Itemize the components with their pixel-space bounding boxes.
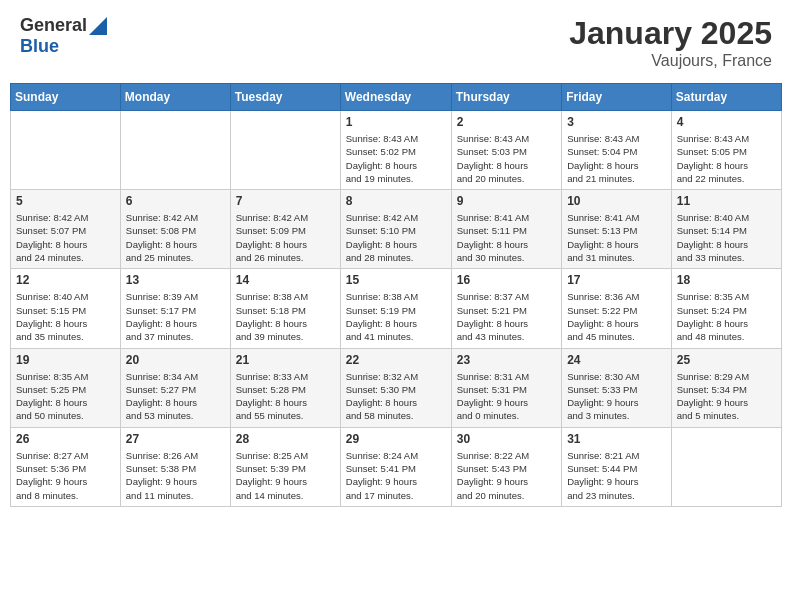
- day-number: 24: [567, 353, 666, 367]
- day-content: Sunrise: 8:24 AM Sunset: 5:41 PM Dayligh…: [346, 449, 446, 502]
- day-content: Sunrise: 8:40 AM Sunset: 5:14 PM Dayligh…: [677, 211, 776, 264]
- weekday-header-friday: Friday: [562, 84, 672, 111]
- day-content: Sunrise: 8:43 AM Sunset: 5:04 PM Dayligh…: [567, 132, 666, 185]
- day-content: Sunrise: 8:37 AM Sunset: 5:21 PM Dayligh…: [457, 290, 556, 343]
- title-block: January 2025 Vaujours, France: [569, 15, 772, 70]
- day-number: 15: [346, 273, 446, 287]
- day-content: Sunrise: 8:21 AM Sunset: 5:44 PM Dayligh…: [567, 449, 666, 502]
- day-number: 5: [16, 194, 115, 208]
- calendar-cell: 5Sunrise: 8:42 AM Sunset: 5:07 PM Daylig…: [11, 190, 121, 269]
- day-content: Sunrise: 8:40 AM Sunset: 5:15 PM Dayligh…: [16, 290, 115, 343]
- calendar-cell: 27Sunrise: 8:26 AM Sunset: 5:38 PM Dayli…: [120, 427, 230, 506]
- weekday-header-wednesday: Wednesday: [340, 84, 451, 111]
- day-content: Sunrise: 8:22 AM Sunset: 5:43 PM Dayligh…: [457, 449, 556, 502]
- day-content: Sunrise: 8:25 AM Sunset: 5:39 PM Dayligh…: [236, 449, 335, 502]
- calendar-cell: 2Sunrise: 8:43 AM Sunset: 5:03 PM Daylig…: [451, 111, 561, 190]
- calendar-cell: [120, 111, 230, 190]
- calendar-cell: 6Sunrise: 8:42 AM Sunset: 5:08 PM Daylig…: [120, 190, 230, 269]
- calendar-cell: 7Sunrise: 8:42 AM Sunset: 5:09 PM Daylig…: [230, 190, 340, 269]
- day-number: 20: [126, 353, 225, 367]
- calendar-cell: 3Sunrise: 8:43 AM Sunset: 5:04 PM Daylig…: [562, 111, 672, 190]
- calendar-cell: 19Sunrise: 8:35 AM Sunset: 5:25 PM Dayli…: [11, 348, 121, 427]
- day-content: Sunrise: 8:27 AM Sunset: 5:36 PM Dayligh…: [16, 449, 115, 502]
- calendar-cell: 29Sunrise: 8:24 AM Sunset: 5:41 PM Dayli…: [340, 427, 451, 506]
- calendar-cell: 26Sunrise: 8:27 AM Sunset: 5:36 PM Dayli…: [11, 427, 121, 506]
- day-number: 14: [236, 273, 335, 287]
- day-number: 18: [677, 273, 776, 287]
- calendar-cell: [230, 111, 340, 190]
- day-content: Sunrise: 8:29 AM Sunset: 5:34 PM Dayligh…: [677, 370, 776, 423]
- day-number: 16: [457, 273, 556, 287]
- calendar-week-row: 12Sunrise: 8:40 AM Sunset: 5:15 PM Dayli…: [11, 269, 782, 348]
- calendar-cell: 28Sunrise: 8:25 AM Sunset: 5:39 PM Dayli…: [230, 427, 340, 506]
- day-number: 2: [457, 115, 556, 129]
- calendar-cell: 24Sunrise: 8:30 AM Sunset: 5:33 PM Dayli…: [562, 348, 672, 427]
- calendar-cell: 4Sunrise: 8:43 AM Sunset: 5:05 PM Daylig…: [671, 111, 781, 190]
- day-number: 27: [126, 432, 225, 446]
- day-content: Sunrise: 8:42 AM Sunset: 5:09 PM Dayligh…: [236, 211, 335, 264]
- day-number: 22: [346, 353, 446, 367]
- calendar-cell: 21Sunrise: 8:33 AM Sunset: 5:28 PM Dayli…: [230, 348, 340, 427]
- calendar-cell: 16Sunrise: 8:37 AM Sunset: 5:21 PM Dayli…: [451, 269, 561, 348]
- day-number: 12: [16, 273, 115, 287]
- day-number: 4: [677, 115, 776, 129]
- calendar-cell: 1Sunrise: 8:43 AM Sunset: 5:02 PM Daylig…: [340, 111, 451, 190]
- day-content: Sunrise: 8:38 AM Sunset: 5:18 PM Dayligh…: [236, 290, 335, 343]
- day-number: 23: [457, 353, 556, 367]
- weekday-header-tuesday: Tuesday: [230, 84, 340, 111]
- location-title: Vaujours, France: [569, 52, 772, 70]
- day-number: 10: [567, 194, 666, 208]
- day-content: Sunrise: 8:43 AM Sunset: 5:03 PM Dayligh…: [457, 132, 556, 185]
- day-content: Sunrise: 8:32 AM Sunset: 5:30 PM Dayligh…: [346, 370, 446, 423]
- calendar-week-row: 19Sunrise: 8:35 AM Sunset: 5:25 PM Dayli…: [11, 348, 782, 427]
- day-number: 31: [567, 432, 666, 446]
- weekday-header-thursday: Thursday: [451, 84, 561, 111]
- calendar-cell: 22Sunrise: 8:32 AM Sunset: 5:30 PM Dayli…: [340, 348, 451, 427]
- calendar-cell: 12Sunrise: 8:40 AM Sunset: 5:15 PM Dayli…: [11, 269, 121, 348]
- logo: General Blue: [20, 15, 107, 57]
- day-number: 9: [457, 194, 556, 208]
- logo-blue-text: Blue: [20, 36, 59, 57]
- logo-general-text: General: [20, 15, 87, 36]
- day-number: 17: [567, 273, 666, 287]
- day-content: Sunrise: 8:41 AM Sunset: 5:13 PM Dayligh…: [567, 211, 666, 264]
- day-content: Sunrise: 8:43 AM Sunset: 5:02 PM Dayligh…: [346, 132, 446, 185]
- day-content: Sunrise: 8:39 AM Sunset: 5:17 PM Dayligh…: [126, 290, 225, 343]
- weekday-header-monday: Monday: [120, 84, 230, 111]
- month-title: January 2025: [569, 15, 772, 52]
- calendar-cell: 15Sunrise: 8:38 AM Sunset: 5:19 PM Dayli…: [340, 269, 451, 348]
- day-content: Sunrise: 8:33 AM Sunset: 5:28 PM Dayligh…: [236, 370, 335, 423]
- day-number: 29: [346, 432, 446, 446]
- day-content: Sunrise: 8:43 AM Sunset: 5:05 PM Dayligh…: [677, 132, 776, 185]
- day-content: Sunrise: 8:35 AM Sunset: 5:25 PM Dayligh…: [16, 370, 115, 423]
- day-number: 11: [677, 194, 776, 208]
- day-number: 19: [16, 353, 115, 367]
- calendar-cell: 9Sunrise: 8:41 AM Sunset: 5:11 PM Daylig…: [451, 190, 561, 269]
- calendar-cell: 13Sunrise: 8:39 AM Sunset: 5:17 PM Dayli…: [120, 269, 230, 348]
- day-content: Sunrise: 8:26 AM Sunset: 5:38 PM Dayligh…: [126, 449, 225, 502]
- calendar-table: SundayMondayTuesdayWednesdayThursdayFrid…: [10, 83, 782, 507]
- calendar-cell: 18Sunrise: 8:35 AM Sunset: 5:24 PM Dayli…: [671, 269, 781, 348]
- day-number: 28: [236, 432, 335, 446]
- day-content: Sunrise: 8:36 AM Sunset: 5:22 PM Dayligh…: [567, 290, 666, 343]
- svg-marker-0: [89, 17, 107, 35]
- calendar-cell: [671, 427, 781, 506]
- calendar-cell: 31Sunrise: 8:21 AM Sunset: 5:44 PM Dayli…: [562, 427, 672, 506]
- calendar-cell: 11Sunrise: 8:40 AM Sunset: 5:14 PM Dayli…: [671, 190, 781, 269]
- calendar-cell: 20Sunrise: 8:34 AM Sunset: 5:27 PM Dayli…: [120, 348, 230, 427]
- day-content: Sunrise: 8:38 AM Sunset: 5:19 PM Dayligh…: [346, 290, 446, 343]
- day-content: Sunrise: 8:42 AM Sunset: 5:08 PM Dayligh…: [126, 211, 225, 264]
- day-content: Sunrise: 8:31 AM Sunset: 5:31 PM Dayligh…: [457, 370, 556, 423]
- day-content: Sunrise: 8:35 AM Sunset: 5:24 PM Dayligh…: [677, 290, 776, 343]
- calendar-cell: 10Sunrise: 8:41 AM Sunset: 5:13 PM Dayli…: [562, 190, 672, 269]
- day-number: 26: [16, 432, 115, 446]
- day-number: 6: [126, 194, 225, 208]
- day-number: 30: [457, 432, 556, 446]
- day-number: 8: [346, 194, 446, 208]
- day-number: 1: [346, 115, 446, 129]
- day-number: 7: [236, 194, 335, 208]
- day-content: Sunrise: 8:30 AM Sunset: 5:33 PM Dayligh…: [567, 370, 666, 423]
- calendar-cell: 17Sunrise: 8:36 AM Sunset: 5:22 PM Dayli…: [562, 269, 672, 348]
- day-number: 21: [236, 353, 335, 367]
- calendar-cell: [11, 111, 121, 190]
